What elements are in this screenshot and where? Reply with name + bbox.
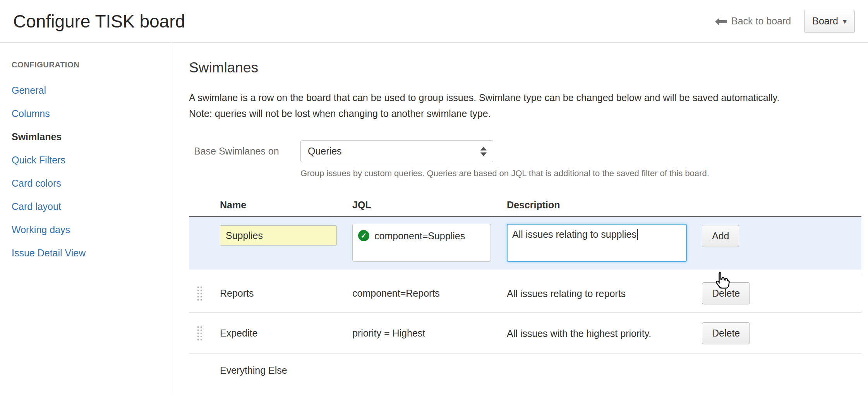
row-jql: component=Reports	[352, 288, 507, 299]
sidebar-item-swimlanes[interactable]: Swimlanes	[12, 125, 172, 148]
swimlanes-description-line-1: A swimlane is a row on the board that ca…	[189, 90, 868, 106]
board-caret-icon: ▾	[843, 17, 847, 26]
base-swimlanes-help: Group issues by custom queries. Queries …	[300, 168, 868, 179]
drag-handle-icon[interactable]	[197, 326, 203, 341]
delete-button[interactable]: Delete	[702, 322, 750, 344]
delete-button[interactable]: Delete	[702, 282, 750, 304]
swimlanes-table: Name JQL Description ✓ component=Supplie…	[189, 199, 861, 393]
back-to-board-link[interactable]: Back to board	[715, 15, 791, 27]
header-handle-spacer	[189, 199, 220, 211]
new-swimlane-row: ✓ component=Supplies All issues relating…	[189, 217, 861, 270]
select-spinner-icon	[480, 146, 487, 156]
description-textarea[interactable]: All issues relating to supplies	[507, 224, 687, 262]
header-jql: JQL	[352, 199, 507, 211]
content: CONFIGURATION General Columns Swimlanes …	[0, 43, 868, 395]
add-button[interactable]: Add	[702, 225, 739, 247]
swimlanes-title: Swimlanes	[189, 60, 868, 76]
sidebar-item-card-colors[interactable]: Card colors	[12, 172, 172, 195]
jql-input[interactable]: ✓ component=Supplies	[352, 224, 491, 262]
table-header-row: Name JQL Description	[189, 199, 861, 217]
row-name: Everything Else	[220, 365, 352, 376]
table-row: Everything Else	[189, 354, 861, 393]
sidebar: CONFIGURATION General Columns Swimlanes …	[0, 43, 172, 395]
swimlane-rows: Reports component=Reports All issues rel…	[189, 274, 861, 393]
description-value: All issues relating to supplies	[512, 229, 636, 240]
row-name: Reports	[220, 288, 352, 299]
base-swimlanes-row: Base Swimlanes on Queries	[189, 140, 868, 162]
swimlanes-description-line-2: Note: queries will not be lost when chan…	[189, 106, 868, 122]
sidebar-item-quick-filters[interactable]: Quick Filters	[12, 148, 172, 172]
row-description: All issues relating to reports	[507, 286, 673, 301]
row-name: Expedite	[220, 328, 352, 339]
page-header: Configure TISK board Back to board Board…	[0, 0, 868, 43]
table-row: Reports component=Reports All issues rel…	[189, 274, 861, 313]
row-jql: priority = Highest	[352, 328, 507, 339]
jql-input-value: component=Supplies	[374, 230, 465, 242]
sidebar-item-card-layout[interactable]: Card layout	[12, 195, 172, 218]
header-actions: Back to board Board ▾	[715, 10, 855, 33]
base-swimlanes-label: Base Swimlanes on	[194, 146, 289, 157]
back-arrow-icon	[715, 17, 727, 26]
text-cursor	[637, 229, 638, 240]
base-swimlanes-selected-value: Queries	[308, 146, 342, 157]
row-description: All issues with the highest priority.	[507, 326, 673, 341]
jql-valid-icon: ✓	[358, 230, 369, 241]
drag-handle-icon[interactable]	[197, 286, 203, 301]
table-row: Expedite priority = Highest All issues w…	[189, 313, 861, 354]
base-swimlanes-select[interactable]: Queries	[300, 140, 493, 162]
header-name: Name	[220, 199, 352, 211]
header-description: Description	[507, 199, 702, 211]
board-button-label: Board	[812, 15, 838, 27]
sidebar-item-issue-detail-view[interactable]: Issue Detail View	[12, 241, 172, 264]
page-title: Configure TISK board	[13, 11, 185, 32]
name-input[interactable]	[220, 225, 337, 246]
sidebar-item-working-days[interactable]: Working days	[12, 218, 172, 241]
sidebar-item-general[interactable]: General	[12, 79, 172, 102]
board-dropdown-button[interactable]: Board ▾	[804, 10, 855, 33]
main-panel: Swimlanes A swimlane is a row on the boa…	[172, 43, 868, 395]
header-action-spacer	[702, 199, 861, 211]
sidebar-item-columns[interactable]: Columns	[12, 102, 172, 125]
back-to-board-label: Back to board	[731, 15, 791, 27]
configuration-heading: CONFIGURATION	[12, 60, 172, 69]
